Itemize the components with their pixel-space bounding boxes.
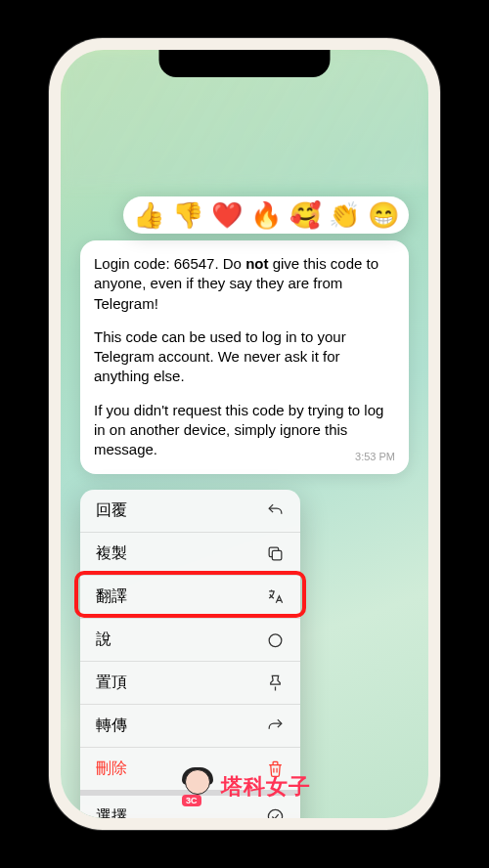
menu-pin[interactable]: 置頂 [80, 662, 300, 705]
menu-label: 置頂 [96, 673, 127, 693]
reaction-thumbs-down[interactable]: 👎 [172, 202, 203, 228]
reply-icon [265, 501, 285, 521]
reaction-heart[interactable]: ❤️ [211, 202, 243, 228]
svg-point-1 [268, 809, 282, 818]
menu-reply[interactable]: 回覆 [80, 490, 300, 533]
watermark-tag: 3C [182, 795, 201, 806]
menu-label: 複製 [96, 543, 127, 564]
reaction-thumbs-up[interactable]: 👍 [133, 202, 164, 228]
menu-label: 轉傳 [96, 716, 127, 736]
reaction-bar[interactable]: 👍 👎 ❤️ 🔥 🥰 👏 😁 [123, 196, 409, 234]
message-bubble[interactable]: Login code: 66547. Do not give this code… [80, 240, 409, 474]
message-text: Login code: [94, 255, 174, 272]
reaction-fire[interactable]: 🔥 [250, 202, 282, 228]
menu-copy[interactable]: 複製 [80, 533, 300, 576]
translate-icon [265, 587, 285, 607]
reaction-clap[interactable]: 👏 [329, 202, 360, 228]
phone-notch [159, 50, 331, 77]
phone-frame: 👍 👎 ❤️ 🔥 🥰 👏 😁 Login code: 66547. Do not… [49, 38, 440, 830]
reaction-grin[interactable]: 😁 [368, 202, 399, 228]
message-paragraph-2: This code can be used to log in to your … [94, 327, 395, 387]
message-text: . Do [214, 255, 245, 272]
svg-rect-0 [272, 550, 282, 560]
message-paragraph-1: Login code: 66547. Do not give this code… [94, 254, 395, 314]
forward-icon [265, 716, 285, 736]
speak-icon [265, 630, 285, 650]
menu-label: 說 [96, 629, 111, 650]
reaction-smiling-hearts[interactable]: 🥰 [289, 202, 321, 228]
menu-label: 選擇 [96, 806, 127, 818]
menu-label: 翻譯 [96, 586, 127, 607]
pin-icon [265, 673, 285, 693]
watermark-avatar: 3C [178, 767, 217, 806]
menu-forward[interactable]: 轉傳 [80, 705, 300, 748]
screen-content: 👍 👎 ❤️ 🔥 🥰 👏 😁 Login code: 66547. Do not… [61, 50, 428, 818]
login-code: 66547 [174, 255, 215, 272]
menu-label: 回覆 [96, 500, 127, 521]
watermark-badge: 3C 塔科女子 [178, 767, 311, 806]
phone-screen: 👍 👎 ❤️ 🔥 🥰 👏 😁 Login code: 66547. Do not… [61, 50, 428, 818]
menu-speak[interactable]: 說 [80, 619, 300, 662]
message-bold: not [245, 255, 268, 272]
copy-icon [265, 544, 285, 564]
watermark-text: 塔科女子 [221, 772, 311, 802]
select-icon [265, 807, 285, 819]
menu-translate[interactable]: 翻譯 [80, 576, 300, 619]
menu-label: 刪除 [96, 759, 127, 779]
